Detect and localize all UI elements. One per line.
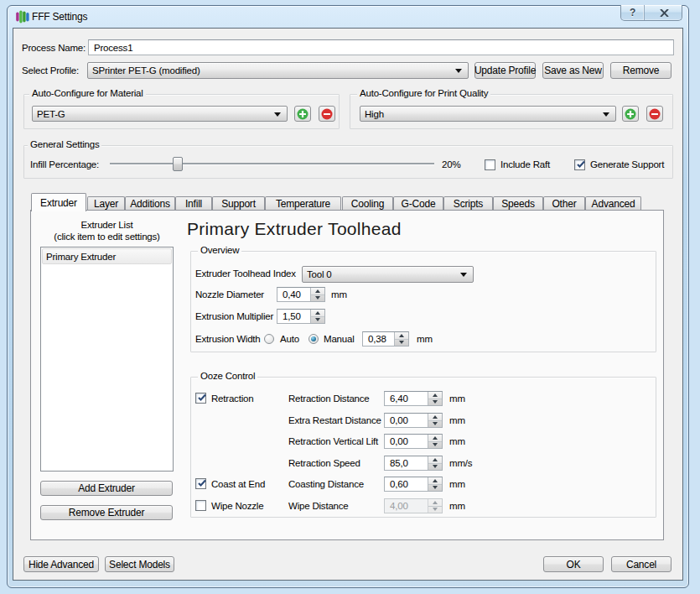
coasting-distance-label: Coasting Distance	[288, 478, 364, 490]
spin-up-icon	[433, 501, 438, 504]
spinner-buttons[interactable]	[394, 332, 408, 346]
spinner-buttons[interactable]	[428, 435, 442, 448]
retraction-distance-spinbox[interactable]: 6,40	[384, 391, 443, 406]
extrusion-width-auto-radio[interactable]	[264, 334, 274, 344]
toolhead-index-combobox[interactable]: Tool 0	[302, 266, 474, 283]
remove-extruder-button[interactable]: Remove Extruder	[40, 505, 173, 520]
tab-infill[interactable]: Infill	[175, 196, 212, 210]
save-as-new-button[interactable]: Save as New	[542, 62, 604, 79]
spinner-buttons	[428, 499, 442, 513]
infill-slider-track[interactable]	[110, 163, 434, 164]
window-title: FFF Settings	[32, 11, 87, 23]
add-material-button[interactable]	[294, 106, 311, 122]
retraction-distance-unit: mm	[449, 393, 465, 404]
remove-button[interactable]: Remove	[610, 62, 671, 79]
generate-support-checkbox[interactable]	[574, 159, 585, 170]
tab-other[interactable]: Other	[543, 196, 585, 210]
tab-additions[interactable]: Additions	[125, 196, 175, 210]
spinner-buttons[interactable]	[428, 414, 442, 427]
list-item-primary-extruder[interactable]: Primary Extruder	[42, 248, 172, 264]
spin-down-icon	[433, 486, 438, 489]
extrusion-width-spinbox[interactable]: 0,38	[362, 331, 409, 346]
tab-advanced[interactable]: Advanced	[585, 196, 641, 210]
spinner-buttons[interactable]	[310, 310, 324, 323]
profile-combobox-value: SPrinter PET-G (modified)	[92, 65, 200, 76]
process-name-value: Process1	[94, 43, 132, 53]
coasting-distance-spinbox[interactable]: 0,60	[384, 477, 443, 492]
add-quality-button[interactable]	[622, 106, 639, 122]
combo-arrow-icon	[460, 273, 467, 277]
wipe-nozzle-checkbox[interactable]	[195, 500, 206, 511]
tab-extruder[interactable]: Extruder	[31, 193, 86, 211]
close-icon	[660, 9, 669, 17]
retraction-speed-spinbox[interactable]: 85,0	[384, 456, 443, 471]
extruder-list-subheader: (click item to edit settings)	[40, 231, 174, 242]
nozzle-diameter-label: Nozzle Diameter	[195, 289, 264, 300]
spin-down-icon	[433, 508, 438, 511]
retraction-vertical-lift-unit: mm	[449, 435, 465, 447]
spinner-buttons[interactable]	[310, 288, 324, 301]
toolhead-index-value: Tool 0	[307, 269, 332, 279]
extruder-list[interactable]: Primary Extruder	[40, 247, 174, 472]
ok-button[interactable]: OK	[543, 556, 604, 572]
select-models-button[interactable]: Select Models	[105, 556, 174, 572]
tab-layer[interactable]: Layer	[87, 196, 125, 210]
auto-configure-material-title: Auto-Configure for Material	[29, 87, 146, 100]
profile-combobox[interactable]: SPrinter PET-G (modified)	[87, 62, 469, 79]
remove-quality-button[interactable]	[646, 106, 663, 122]
infill-percentage-value: 20%	[442, 159, 460, 170]
extrusion-multiplier-spinbox[interactable]: 1,50	[277, 309, 325, 324]
wipe-distance-unit: mm	[449, 500, 465, 512]
wipe-distance-spinbox: 4,00	[384, 498, 443, 513]
add-extruder-button[interactable]: Add Extruder	[40, 481, 173, 496]
nozzle-diameter-value: 0,40	[283, 288, 301, 301]
hide-advanced-button[interactable]: Hide Advanced	[23, 556, 99, 572]
help-button[interactable]: ?	[621, 5, 644, 20]
extrusion-width-manual-label: Manual	[324, 333, 355, 345]
extra-restart-distance-unit: mm	[449, 414, 465, 426]
close-button[interactable]	[644, 5, 683, 20]
spin-up-icon	[315, 311, 320, 315]
process-name-input[interactable]: Process1	[88, 39, 674, 55]
coasting-distance-unit: mm	[449, 478, 465, 490]
nozzle-diameter-spinbox[interactable]: 0,40	[277, 287, 325, 302]
extra-restart-distance-spinbox[interactable]: 0,00	[384, 413, 443, 428]
cancel-button[interactable]: Cancel	[611, 556, 671, 572]
material-combobox-value: PET-G	[37, 109, 65, 119]
infill-slider-thumb[interactable]	[173, 157, 183, 171]
spinner-buttons[interactable]	[428, 456, 442, 470]
include-raft-checkbox[interactable]	[485, 159, 495, 170]
minus-icon	[649, 108, 661, 120]
tab-support[interactable]: Support	[212, 196, 265, 210]
include-raft-label: Include Raft	[500, 159, 550, 170]
tab-speeds[interactable]: Speeds	[493, 196, 543, 210]
spinner-buttons[interactable]	[428, 392, 442, 405]
spin-down-icon	[399, 341, 404, 344]
coast-at-end-checkbox[interactable]	[195, 478, 206, 489]
retraction-vertical-lift-spinbox[interactable]: 0,00	[384, 434, 443, 449]
tab-gcode[interactable]: G-Code	[393, 196, 443, 210]
retraction-checkbox[interactable]	[195, 393, 206, 404]
extrusion-multiplier-value: 1,50	[283, 310, 301, 323]
app-icon	[16, 10, 29, 23]
retraction-speed-label: Retraction Speed	[288, 457, 360, 469]
tab-temperature[interactable]: Temperature	[265, 196, 341, 210]
spin-up-icon	[433, 458, 438, 461]
spinner-buttons[interactable]	[428, 477, 442, 491]
retraction-speed-unit: mm/s	[449, 457, 472, 469]
spin-up-icon	[315, 289, 320, 293]
update-profile-button[interactable]: Update Profile	[474, 62, 536, 79]
quality-combobox[interactable]: High	[360, 106, 616, 122]
wipe-distance-value: 4,00	[390, 499, 408, 513]
wipe-nozzle-label: Wipe Nozzle	[211, 500, 263, 512]
extrusion-width-manual-radio[interactable]	[309, 334, 319, 344]
tab-cooling[interactable]: Cooling	[342, 196, 393, 210]
remove-material-button[interactable]	[319, 106, 335, 122]
help-icon: ?	[630, 7, 635, 18]
coast-at-end-label: Coast at End	[211, 478, 265, 490]
spin-up-icon	[433, 393, 438, 397]
toolhead-index-label: Extruder Toolhead Index	[195, 268, 296, 279]
tab-scripts[interactable]: Scripts	[443, 196, 493, 210]
plus-icon	[297, 108, 309, 120]
material-combobox[interactable]: PET-G	[32, 106, 288, 122]
